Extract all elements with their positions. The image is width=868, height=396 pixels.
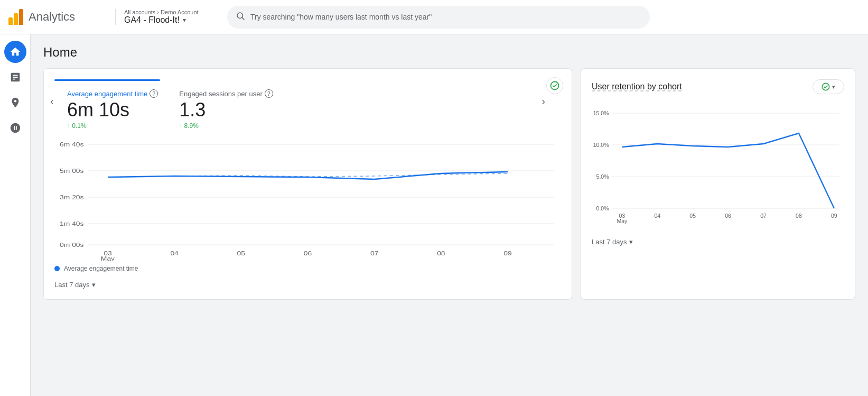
retention-period-selector[interactable]: Last 7 days ▾ — [592, 238, 844, 246]
metric-block-engagement: Average engagement time ? 6m 10s ↑ 0.1% — [54, 89, 158, 130]
svg-text:04: 04 — [170, 250, 178, 256]
chevron-down-icon: ▾ — [832, 84, 835, 90]
next-arrow[interactable]: › — [542, 95, 545, 107]
info-icon-2[interactable]: ? — [265, 89, 273, 98]
cards-row: ‹ › Average engagement time ? 6m 10s ↑ 0… — [43, 68, 855, 300]
svg-text:09: 09 — [831, 213, 837, 219]
sidebar — [0, 34, 31, 396]
logo-area: Analytics — [8, 9, 109, 25]
chart-legend: Average engagement time — [54, 265, 561, 272]
svg-text:08: 08 — [796, 213, 802, 219]
account-selector[interactable]: GA4 - Flood-It! ▾ — [124, 15, 221, 25]
sidebar-item-advertising[interactable] — [4, 117, 26, 139]
svg-text:08: 08 — [437, 250, 445, 256]
sidebar-item-reports[interactable] — [4, 66, 26, 88]
svg-text:06: 06 — [304, 250, 312, 256]
engagement-chart: 6m 40s 5m 00s 3m 20s 1m 40s 0m 00s 03 Ma… — [54, 134, 561, 261]
tab-indicator — [54, 79, 160, 81]
period-chevron-icon: ▾ — [92, 281, 96, 289]
svg-text:07: 07 — [370, 250, 378, 256]
check-button[interactable] — [546, 77, 563, 94]
retention-chart: 15.0% 10.0% 5.0% 0.0% 03 May 04 05 06 07… — [592, 103, 844, 229]
svg-text:0m 00s: 0m 00s — [60, 242, 83, 248]
sidebar-item-home[interactable] — [4, 41, 26, 63]
breadcrumb: All accounts › Demo Account — [124, 9, 221, 15]
svg-text:05: 05 — [237, 250, 245, 256]
sidebar-item-explore[interactable] — [4, 91, 26, 114]
retention-period-chevron-icon: ▾ — [629, 238, 633, 246]
svg-text:04: 04 — [654, 213, 660, 219]
svg-text:05: 05 — [689, 213, 696, 219]
search-icon — [236, 11, 245, 23]
metric1-change: ↑ 0.1% — [67, 122, 158, 130]
main-content: Home ‹ › Average eng — [31, 34, 868, 396]
app-header: Analytics All accounts › Demo Account GA… — [0, 0, 868, 34]
svg-text:May: May — [101, 255, 115, 261]
legend-dot — [54, 266, 60, 271]
metric2-change: ↑ 8.9% — [179, 122, 273, 130]
retention-card: User retention by cohort ▾ — [581, 68, 855, 300]
search-placeholder: Try searching "how many users last month… — [250, 13, 432, 21]
legend-label: Average engagement time — [64, 265, 138, 272]
account-nav: All accounts › Demo Account GA4 - Flood-… — [115, 9, 221, 25]
retention-check-button[interactable]: ▾ — [813, 79, 844, 94]
svg-text:5.0%: 5.0% — [596, 173, 609, 180]
info-icon-1[interactable]: ? — [150, 89, 158, 98]
svg-point-0 — [237, 13, 243, 19]
metric2-value: 1.3 — [179, 99, 273, 121]
retention-title: User retention by cohort — [592, 82, 682, 91]
search-bar[interactable]: Try searching "how many users last month… — [227, 6, 650, 29]
svg-line-1 — [242, 17, 244, 20]
metric2-label: Engaged sessions per user ? — [179, 89, 273, 98]
app-title: Analytics — [29, 10, 75, 24]
svg-text:1m 40s: 1m 40s — [60, 220, 83, 227]
svg-text:0.0%: 0.0% — [596, 205, 609, 211]
layout: Home ‹ › Average eng — [0, 34, 868, 396]
chevron-down-icon: ▾ — [183, 16, 186, 24]
logo-icon — [8, 9, 23, 25]
page-title: Home — [43, 45, 855, 60]
metric1-value: 6m 10s — [67, 99, 158, 121]
metric1-label: Average engagement time ? — [67, 89, 158, 98]
period-selector[interactable]: Last 7 days ▾ — [54, 281, 561, 289]
svg-text:15.0%: 15.0% — [593, 110, 609, 116]
svg-text:07: 07 — [760, 213, 767, 219]
engagement-card: ‹ › Average engagement time ? 6m 10s ↑ 0… — [43, 68, 572, 300]
svg-text:5m 00s: 5m 00s — [60, 168, 83, 174]
metrics-row: Average engagement time ? 6m 10s ↑ 0.1% … — [54, 89, 561, 130]
svg-text:10.0%: 10.0% — [593, 142, 609, 148]
svg-text:6m 40s: 6m 40s — [60, 141, 83, 148]
svg-text:09: 09 — [503, 250, 511, 256]
metric-block-sessions: Engaged sessions per user ? 1.3 ↑ 8.9% — [179, 89, 273, 130]
prev-arrow[interactable]: ‹ — [50, 95, 54, 107]
svg-text:3m 20s: 3m 20s — [60, 194, 83, 200]
svg-text:May: May — [617, 218, 627, 224]
svg-text:06: 06 — [725, 213, 731, 219]
